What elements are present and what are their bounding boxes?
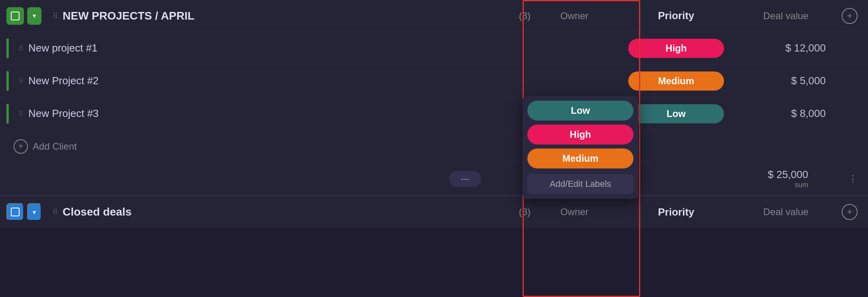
row-drag-handle: ⠿ [18,109,24,118]
dropdown-high-label: High [570,129,591,140]
add-column-header: + [838,8,862,24]
edit-labels-label: Add/Edit Labels [550,179,611,189]
summary-dots-menu[interactable]: ⋮ [844,174,862,184]
priority-badge-high[interactable]: High [628,39,724,58]
priority-dropdown: Low High Medium Add/Edit Labels [523,96,638,199]
owner-column-header: Owner [531,10,618,22]
header-dropdown-button[interactable]: ▾ [27,7,41,25]
closed-deals-count: (3) [519,206,531,218]
row-deal-value: $ 5,000 [734,75,838,87]
add-client-icon: + [14,139,28,154]
edit-labels-button[interactable]: Add/Edit Labels [527,174,633,194]
spacer [6,137,9,156]
closed-checkbox-button[interactable] [6,203,24,221]
dropdown-low-label: Low [571,105,590,116]
row-indicator [6,38,9,58]
row-deal-value: $ 8,000 [734,107,838,120]
summary-dash-area: — [14,171,513,187]
closed-priority-header: Priority [618,206,734,218]
deal-value-column-header: Deal value [734,10,838,22]
summary-total: $ 25,000 [716,168,808,181]
add-client-row: + Add Client [0,130,868,163]
dropdown-option-low[interactable]: Low [527,101,633,121]
add-column-button[interactable]: + [842,8,858,24]
summary-label: sum [716,181,808,189]
closed-deal-value-header: Deal value [734,206,838,218]
row-priority-cell: Medium [618,71,734,91]
closed-dropdown-button[interactable]: ▾ [27,203,41,221]
dropdown-medium-label: Medium [562,153,599,164]
header-checkbox-group: ▾ [6,7,41,25]
project-name: New project #1 [28,42,531,54]
row-deal-value: $ 12,000 [734,42,838,54]
project-name: New Project #3 [28,107,531,120]
closed-drag-handle: ⠿ [53,208,58,216]
spacer [6,169,9,189]
row-indicator [6,104,9,124]
header-checkbox-button[interactable] [6,7,24,25]
summary-row: — $ 25,000 sum ⋮ [0,163,868,196]
summary-value-cell: $ 25,000 sum [716,168,820,189]
dropdown-option-high[interactable]: High [527,125,633,145]
table-row: ⠿ New Project #2 Medium $ 5,000 [0,65,868,97]
add-client-button[interactable]: + Add Client [14,139,77,154]
dash-symbol: — [461,174,470,184]
priority-badge-medium[interactable]: Medium [628,71,724,91]
row-drag-handle: ⠿ [18,44,24,53]
header-drag-handle: ⠿ [53,12,58,20]
row-indicator [6,71,9,91]
new-projects-title: NEW PROJECTS / APRIL [63,10,513,22]
table-container: ▾ ⠿ NEW PROJECTS / APRIL (3) Owner Prior… [0,0,868,297]
table-row: ⠿ New Project #3 Low $ 8,000 [0,97,868,130]
row-drag-handle: ⠿ [18,77,24,85]
dash-pill: — [449,171,481,187]
checkbox-icon [11,12,20,20]
new-projects-count: (3) [519,10,531,22]
add-client-label: Add Client [33,141,77,152]
closed-checkbox-group: ▾ [6,203,41,221]
closed-owner-header: Owner [531,206,618,218]
closed-deals-header: ▾ ⠿ Closed deals (3) Owner Priority Deal… [0,196,868,228]
row-priority-cell: High [618,39,734,58]
closed-deals-title: Closed deals [63,206,513,218]
new-projects-header: ▾ ⠿ NEW PROJECTS / APRIL (3) Owner Prior… [0,0,868,32]
table-row: ⠿ New project #1 High $ 12,000 [0,32,868,65]
priority-badge-low[interactable]: Low [628,104,724,123]
closed-add-header: + [838,204,862,220]
checkbox-icon [11,208,20,216]
project-name: New Project #2 [28,75,531,87]
closed-add-button[interactable]: + [842,204,858,220]
priority-column-header: Priority [618,10,734,22]
dropdown-option-medium[interactable]: Medium [527,148,633,168]
